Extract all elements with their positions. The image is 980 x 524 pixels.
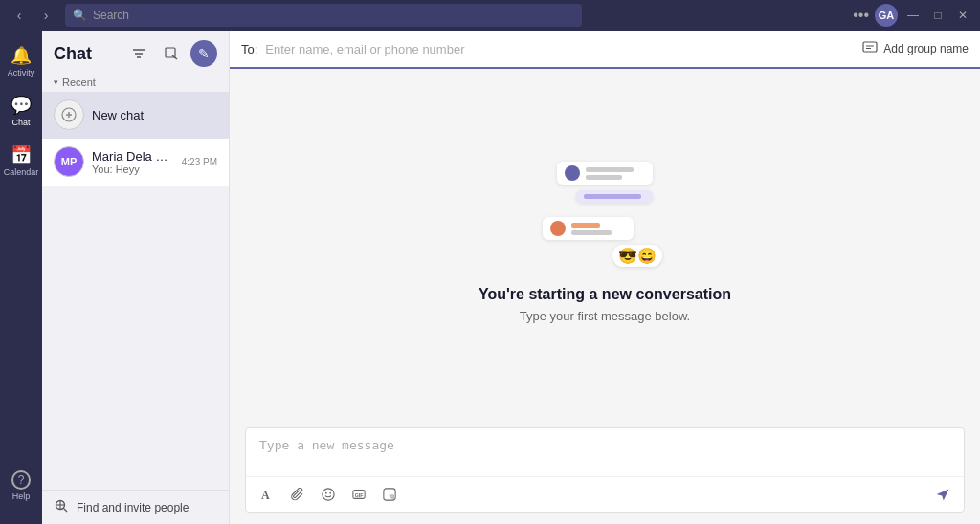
list-item[interactable]: MP Maria Dela Pena You: Heyy 4:23 PM [42,139,229,186]
to-bar: To: Add group name [230,31,980,69]
send-button[interactable] [929,481,956,508]
close-button[interactable]: ✕ [953,6,972,25]
sticker-button[interactable] [376,481,403,508]
attach-icon [291,488,304,501]
illus-bubble-1 [557,162,653,185]
sidebar-item-chat[interactable]: 💬 Chat [4,88,38,134]
user-avatar[interactable]: GA [875,4,898,27]
add-group-label: Add group name [883,42,969,55]
illus-line [586,175,622,180]
title-bar-right: ••• GA — □ ✕ [853,4,972,27]
search-icon: 🔍 [73,9,87,22]
svg-line-9 [64,509,68,513]
illus-lines-1 [586,167,634,180]
to-input[interactable] [265,42,855,56]
nav-buttons: ‹ › [8,4,57,27]
sidebar-item-activity[interactable]: 🔔 Activity [4,38,38,84]
gif-icon: GIF [352,488,366,501]
message-toolbar: A [246,476,964,512]
format-text-button[interactable]: A [254,481,280,508]
help-label: Help [12,491,31,501]
illus-line [586,167,634,172]
svg-rect-12 [863,42,877,52]
title-bar: ‹ › 🔍 ••• GA — □ ✕ [0,0,980,31]
illus-bubble-3 [543,217,634,240]
maximize-button[interactable]: □ [928,6,947,25]
maria-chat-time: 4:23 PM [182,157,217,167]
illus-line [571,230,612,235]
help-icon: ? [11,470,31,490]
add-group-icon [862,39,878,58]
illus-bubble-2 [576,190,653,203]
sidebar: Chat ✎ [42,31,230,524]
sticker-icon [383,488,396,501]
new-chat-name: New chat [92,108,217,122]
new-chat-list-avatar [54,99,84,130]
chat-label: Chat [11,118,30,127]
forward-button[interactable]: › [34,4,57,27]
svg-text:GIF: GIF [355,492,365,498]
pencil-icon [61,107,77,122]
attach-button[interactable] [284,481,311,508]
left-rail: 🔔 Activity 💬 Chat 📅 Calendar ? Help [0,31,42,524]
illus-avatar-3 [550,221,566,236]
new-convo-illustration: 😎😄 [538,162,672,267]
illus-line [571,223,600,228]
activity-icon: 🔔 [11,45,32,66]
minimize-button[interactable]: — [903,6,923,25]
filter-button[interactable] [125,40,152,67]
send-icon [935,487,950,502]
new-chat-compose-button[interactable] [158,40,185,67]
gif-button[interactable]: GIF [345,481,372,508]
rail-bottom: ? Help [4,463,38,516]
add-group-name-button[interactable]: Add group name [862,39,969,58]
sidebar-title: Chat [54,44,92,64]
recent-section-label[interactable]: ▾ Recent [42,73,229,92]
svg-point-16 [323,489,334,500]
calendar-label: Calendar [4,167,39,177]
message-input[interactable] [246,428,964,476]
new-convo-title: You're starting a new conversation [479,286,731,303]
maria-chat-name: Maria Dela Pena [92,149,174,164]
main-content: To: Add group name [230,31,980,524]
svg-point-18 [329,492,331,494]
sidebar-item-help[interactable]: ? Help [4,463,38,509]
compose-icon [165,47,178,60]
new-convo-subtitle: Type your first message below. [520,309,690,323]
recent-label: Recent [62,76,96,88]
illus-line [584,194,641,199]
to-label: To: [241,42,257,56]
sidebar-header: Chat ✎ [42,31,229,73]
illus-lines-2 [584,194,641,199]
message-bar: A [245,427,965,513]
illus-avatar-1 [565,165,580,181]
format-icon: A [260,488,274,501]
list-item[interactable]: New chat [42,92,229,139]
illus-emoji-row: 😎😄 [612,245,662,267]
emoji-button[interactable] [315,481,342,508]
calendar-icon: 📅 [11,144,32,165]
recent-chevron-icon: ▾ [54,77,58,87]
find-people-icon [54,498,69,516]
sidebar-actions: ✎ [125,40,217,67]
filter-icon [132,47,145,60]
search-bar[interactable]: 🔍 [65,4,582,27]
activity-label: Activity [8,68,35,77]
find-invite-label: Find and invite people [77,501,189,514]
sidebar-item-calendar[interactable]: 📅 Calendar [4,138,38,184]
more-options-button[interactable]: ••• [853,7,869,24]
search-input[interactable] [93,9,574,22]
illus-lines-3 [571,223,612,235]
emoji-icon [322,488,335,501]
maria-chat-preview: You: Heyy [92,164,174,175]
chat-icon: 💬 [11,95,32,116]
new-chat-icon: ✎ [198,46,210,61]
svg-point-17 [325,492,327,494]
find-invite-people[interactable]: Find and invite people [42,490,229,524]
new-chat-avatar[interactable]: ✎ [190,40,217,67]
new-chat-info: New chat [92,108,217,122]
svg-text:A: A [261,489,270,501]
back-button[interactable]: ‹ [8,4,31,27]
maria-avatar: MP [54,146,84,177]
chat-area: 😎😄 You're starting a new conversation Ty… [230,69,980,416]
